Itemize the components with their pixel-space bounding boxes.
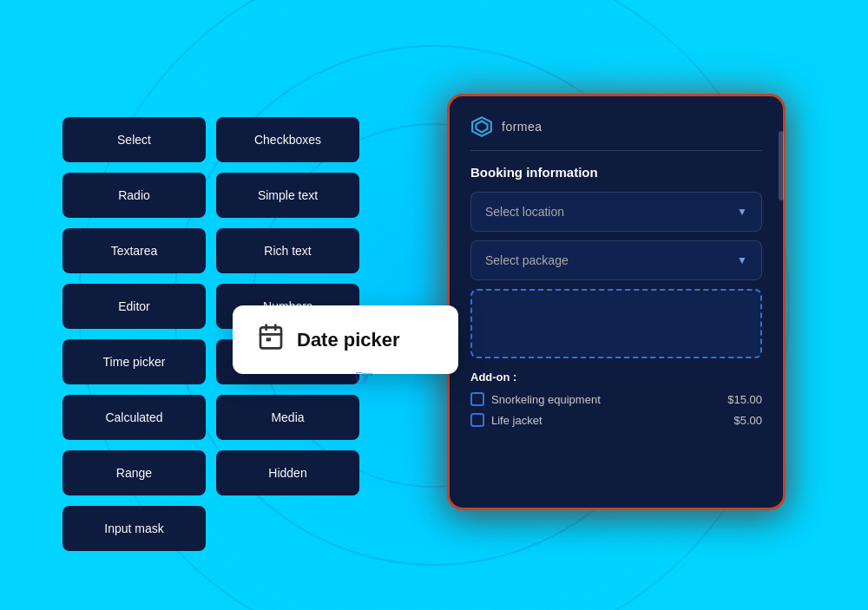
svg-marker-6 bbox=[477, 121, 488, 133]
btn-radio[interactable]: Radio bbox=[62, 173, 206, 218]
select-location-placeholder: Select location bbox=[485, 205, 564, 219]
calendar-icon bbox=[257, 323, 285, 357]
addon-checkbox-snorkeling[interactable] bbox=[470, 392, 484, 406]
btn-calculated[interactable]: Calculated bbox=[62, 395, 206, 440]
btn-input-mask[interactable]: Input mask bbox=[62, 506, 206, 551]
select-location-dropdown[interactable]: Select location ▼ bbox=[470, 192, 762, 232]
svg-rect-4 bbox=[266, 338, 271, 341]
chevron-down-icon: ▼ bbox=[737, 254, 747, 266]
btn-rich-text[interactable]: Rich text bbox=[216, 228, 359, 273]
btn-range[interactable]: Range bbox=[62, 450, 206, 495]
panel-scrollbar[interactable] bbox=[779, 131, 784, 200]
btn-editor[interactable]: Editor bbox=[62, 284, 206, 329]
select-package-dropdown[interactable]: Select package ▼ bbox=[470, 240, 762, 280]
addon-checkbox-life-jacket[interactable] bbox=[470, 413, 484, 427]
addon-price-life-jacket: $5.00 bbox=[733, 414, 762, 427]
formea-header: formea bbox=[470, 115, 762, 151]
date-picker-field[interactable] bbox=[470, 289, 762, 358]
btn-time-picker[interactable]: Time picker bbox=[62, 339, 206, 384]
btn-textarea[interactable]: Textarea bbox=[62, 228, 206, 273]
addon-section: Add-on : Snorkeling equipment $15.00 Lif… bbox=[470, 371, 762, 427]
formea-panel: formea Booking information Select locati… bbox=[447, 94, 786, 510]
date-picker-tooltip[interactable]: Date picker bbox=[233, 305, 458, 374]
btn-select[interactable]: Select bbox=[62, 117, 206, 162]
btn-simple-text[interactable]: Simple text bbox=[216, 173, 359, 218]
btn-hidden[interactable]: Hidden bbox=[216, 450, 359, 495]
addon-item-snorkeling: Snorkeling equipment $15.00 bbox=[470, 392, 762, 406]
btn-checkboxes[interactable]: Checkboxes bbox=[216, 117, 359, 162]
booking-section-title: Booking information bbox=[470, 165, 762, 180]
addon-item-life-jacket: Life jacket $5.00 bbox=[470, 413, 762, 427]
formea-app-name: formea bbox=[502, 120, 542, 134]
addon-section-title: Add-on : bbox=[470, 371, 762, 384]
select-package-placeholder: Select package bbox=[485, 253, 569, 267]
chevron-down-icon: ▼ bbox=[737, 206, 747, 218]
date-picker-label: Date picker bbox=[297, 329, 400, 351]
addon-name-life-jacket: Life jacket bbox=[491, 414, 542, 427]
mouse-cursor: ☞ bbox=[354, 364, 374, 391]
addon-name-snorkeling: Snorkeling equipment bbox=[491, 393, 601, 406]
formea-logo-icon bbox=[470, 115, 493, 138]
addon-price-snorkeling: $15.00 bbox=[727, 393, 762, 406]
btn-media[interactable]: Media bbox=[216, 395, 359, 440]
